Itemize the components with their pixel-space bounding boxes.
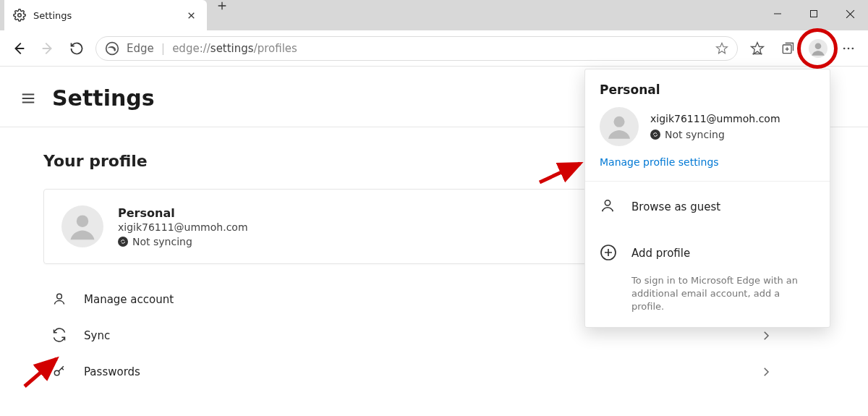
svg-point-12: [614, 116, 625, 127]
key-icon: [52, 364, 68, 380]
svg-point-9: [77, 215, 89, 227]
window-controls: [760, 0, 868, 27]
profile-popup: Personal xigik76111@ummoh.com Not syncin…: [584, 69, 830, 328]
sync-status-icon: [118, 237, 128, 247]
address-label: Edge: [127, 42, 154, 55]
refresh-button[interactable]: [62, 34, 91, 63]
popup-row-label: Add profile: [631, 247, 690, 260]
back-button[interactable]: [4, 34, 33, 63]
profile-name: Personal: [118, 206, 248, 220]
close-window-button[interactable]: [832, 0, 868, 27]
browser-title-bar: Settings: [0, 0, 868, 30]
chevron-right-icon: [760, 329, 773, 342]
favorites-button[interactable]: [742, 34, 773, 63]
svg-point-6: [843, 47, 846, 49]
sync-status-icon: [650, 130, 660, 140]
sync-status: Not syncing: [118, 236, 248, 247]
page-title: Settings: [52, 85, 155, 111]
svg-point-0: [18, 14, 22, 17]
star-icon[interactable]: [715, 42, 728, 55]
avatar-icon: [61, 205, 103, 247]
browser-tab[interactable]: Settings: [4, 0, 207, 30]
close-tab-button[interactable]: [182, 7, 200, 24]
svg-point-10: [57, 294, 62, 299]
new-tab-button[interactable]: [207, 0, 237, 12]
add-profile-row[interactable]: Add profile: [600, 241, 815, 266]
menu-label: Sync: [84, 329, 110, 342]
tab-title: Settings: [33, 10, 175, 21]
person-icon: [600, 198, 618, 216]
passwords-row[interactable]: Passwords: [43, 354, 781, 390]
svg-point-2: [106, 42, 119, 54]
svg-rect-1: [811, 11, 817, 17]
svg-point-13: [605, 200, 610, 205]
browser-toolbar: Edge | edge://settings/profiles: [0, 30, 868, 67]
profile-button[interactable]: [803, 34, 833, 63]
profile-email: xigik76111@ummoh.com: [118, 221, 248, 233]
gear-icon: [13, 9, 26, 22]
address-bar[interactable]: Edge | edge://settings/profiles: [95, 36, 738, 61]
menu-label: Passwords: [84, 365, 140, 378]
minimize-button[interactable]: [760, 0, 796, 27]
forward-button[interactable]: [33, 34, 62, 63]
address-separator: |: [161, 41, 165, 55]
svg-point-5: [815, 43, 822, 49]
popup-email: xigik76111@ummoh.com: [650, 113, 780, 124]
address-url: edge://settings/profiles: [172, 42, 297, 55]
hamburger-menu-button[interactable]: [20, 90, 36, 106]
avatar-icon: [600, 107, 639, 146]
collections-button[interactable]: [773, 34, 803, 63]
manage-profile-settings-link[interactable]: Manage profile settings: [600, 156, 815, 168]
add-profile-description: To sign in to Microsoft Edge with an add…: [631, 274, 815, 314]
maximize-button[interactable]: [796, 0, 832, 27]
popup-sync-status: Not syncing: [650, 129, 780, 140]
person-icon: [52, 292, 68, 307]
edge-logo-icon: [105, 41, 119, 56]
more-menu-button[interactable]: [833, 34, 864, 63]
sync-icon: [52, 328, 68, 344]
menu-label: Manage account: [84, 293, 174, 306]
popup-row-label: Browse as guest: [631, 200, 720, 213]
svg-point-8: [852, 47, 854, 49]
chevron-right-icon: [760, 365, 773, 378]
svg-point-11: [54, 370, 59, 375]
popup-title: Personal: [600, 82, 815, 97]
browse-as-guest-row[interactable]: Browse as guest: [600, 195, 815, 219]
svg-point-7: [848, 47, 850, 49]
plus-circle-icon: [600, 244, 618, 263]
